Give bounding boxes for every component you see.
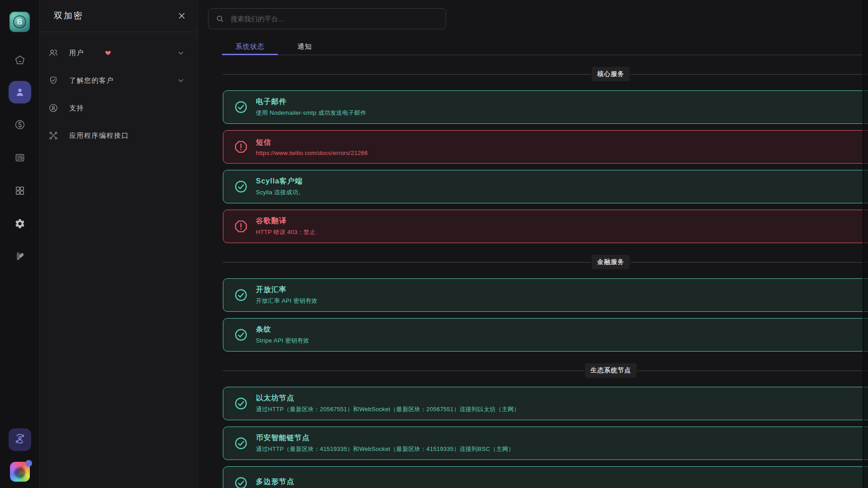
user-filled-icon (9, 81, 31, 103)
tabs: 系统状态 通知 (222, 38, 863, 55)
app-logo-icon: B (9, 12, 30, 32)
sidebar-item-label: 应用程序编程接口 (69, 131, 129, 140)
sidebar-item-label: 了解您的客户 (69, 76, 114, 85)
rail-settings[interactable] (14, 218, 25, 229)
sidebar-item-api[interactable]: 应用程序编程接口 (40, 124, 198, 147)
rail-news[interactable] (14, 152, 25, 163)
heart-badge-icon (105, 50, 111, 56)
status-card-text: 短信https://www.twilio.com/docs/errors/212… (256, 138, 368, 156)
sidebar-menu: 用户了解您的客户支持应用程序编程接口 (40, 32, 198, 147)
sidebar-header: 双加密 (40, 0, 198, 32)
status-card-detail: 开放汇率 API 密钥有效 (256, 297, 317, 305)
rail-switch-account[interactable] (9, 428, 31, 451)
chevron-down-icon[interactable] (177, 49, 185, 57)
status-card-title: 电子邮件 (256, 97, 366, 107)
api-hub-icon (48, 131, 58, 141)
section-title: 核心服务 (592, 67, 630, 81)
status-card-text: 币安智能链节点通过HTTP（最新区块：41519335）和WebSocket（最… (256, 433, 514, 453)
status-card: 多边形节点 (223, 466, 868, 488)
status-card-title: 币安智能链节点 (256, 433, 514, 443)
status-card-title: 开放汇率 (256, 285, 317, 295)
status-card-detail: 通过HTTP（最新区块：20567551）和WebSocket（最新区块：205… (256, 405, 520, 413)
sidebar-item-support[interactable]: 支持 (40, 97, 198, 119)
search-input[interactable] (230, 14, 439, 23)
app-logo[interactable]: B (9, 12, 30, 32)
dollar-circle-icon (14, 119, 25, 130)
switch-user-icon (14, 433, 26, 446)
status-card: 条纹Stripe API 密钥有效 (223, 318, 868, 352)
status-card-title: 条纹 (256, 325, 309, 334)
status-card: 短信https://www.twilio.com/docs/errors/212… (223, 130, 868, 164)
rail-theme[interactable] (14, 251, 25, 262)
life-ring-icon (48, 103, 58, 113)
user-avatar[interactable] (10, 462, 30, 482)
status-card-text: 开放汇率开放汇率 API 密钥有效 (256, 285, 317, 305)
check-circle-icon (234, 288, 248, 302)
rail-top: B (0, 0, 39, 262)
divider-line (631, 74, 868, 75)
bitcoin-coin-icon: B (13, 15, 26, 28)
status-card-title: 多边形节点 (256, 477, 294, 487)
status-card-text: 多边形节点 (256, 477, 294, 488)
tab-system-status[interactable]: 系统状态 (222, 38, 278, 55)
section-divider: 核心服务 (223, 70, 868, 79)
section-title: 生态系统节点 (585, 363, 637, 378)
sidebar: 双加密 用户了解您的客户支持应用程序编程接口 (40, 0, 198, 488)
sidebar-item-label: 支持 (69, 104, 84, 113)
search-box[interactable] (208, 8, 446, 29)
home-pentagon-icon (14, 55, 25, 66)
rail-billing[interactable] (14, 119, 25, 130)
status-card-text: 谷歌翻译HTTP 错误 403：禁止 (256, 216, 316, 236)
users-icon (48, 48, 58, 58)
sidebar-item-kyc[interactable]: 了解您的客户 (40, 69, 198, 92)
check-circle-icon (234, 100, 248, 114)
alert-octagon-icon (234, 220, 248, 233)
scrollbar[interactable] (863, 0, 868, 488)
main: 系统状态 通知 核心服务电子邮件使用 Nodemailer-smtp 成功发送电… (198, 0, 868, 488)
divider-line (223, 74, 591, 75)
status-card: 谷歌翻译HTTP 错误 403：禁止 (223, 210, 868, 243)
status-content: 核心服务电子邮件使用 Nodemailer-smtp 成功发送电子邮件短信htt… (223, 55, 868, 488)
status-card: Scylla客户端Scylla 连接成功。 (223, 170, 868, 203)
sidebar-item-users[interactable]: 用户 (40, 42, 198, 64)
status-card-detail: Stripe API 密钥有效 (256, 337, 309, 345)
section-divider: 金融服务 (223, 258, 868, 267)
divider-line (223, 371, 584, 371)
status-card: 开放汇率开放汇率 API 密钥有效 (223, 278, 868, 312)
status-card-title: Scylla客户端 (256, 177, 304, 186)
check-circle-icon (234, 476, 248, 488)
status-card-detail: 通过HTTP（最新区块：41519335）和WebSocket（最新区块：415… (256, 445, 514, 453)
rail-users[interactable] (9, 81, 31, 103)
design-swatch-icon (14, 251, 25, 262)
gear-icon (14, 218, 25, 229)
rail-home[interactable] (14, 55, 25, 66)
alert-octagon-icon (234, 140, 248, 154)
status-card-title: 谷歌翻译 (256, 216, 316, 226)
status-card: 以太坊节点通过HTTP（最新区块：20567551）和WebSocket（最新区… (223, 387, 868, 420)
divider-line (637, 371, 868, 371)
check-circle-icon (234, 397, 248, 410)
status-card-detail: Scylla 连接成功。 (256, 188, 304, 197)
section-divider: 生态系统节点 (223, 366, 868, 375)
icon-rail: B (0, 0, 40, 488)
newspaper-icon (14, 152, 25, 163)
status-card-text: 条纹Stripe API 密钥有效 (256, 325, 309, 345)
check-circle-icon (234, 180, 248, 193)
chevron-down-icon[interactable] (177, 76, 185, 84)
grid-icon (14, 185, 25, 196)
status-card: 币安智能链节点通过HTTP（最新区块：41519335）和WebSocket（最… (223, 427, 868, 460)
check-circle-icon (234, 328, 248, 342)
status-card-detail: https://www.twilio.com/docs/errors/21266 (256, 150, 368, 156)
status-card-title: 以太坊节点 (256, 394, 520, 403)
section-title: 金融服务 (592, 255, 630, 269)
rail-bottom (0, 428, 39, 482)
page-title: 双加密 (54, 10, 84, 22)
status-card-text: 以太坊节点通过HTTP（最新区块：20567551）和WebSocket（最新区… (256, 394, 520, 413)
status-card-text: Scylla客户端Scylla 连接成功。 (256, 177, 304, 197)
close-icon[interactable] (177, 11, 187, 21)
status-card: 电子邮件使用 Nodemailer-smtp 成功发送电子邮件 (223, 90, 868, 124)
divider-line (223, 262, 591, 263)
tab-notifications[interactable]: 通知 (278, 38, 331, 55)
sidebar-item-label: 用户 (69, 49, 84, 57)
rail-apps[interactable] (14, 185, 25, 196)
